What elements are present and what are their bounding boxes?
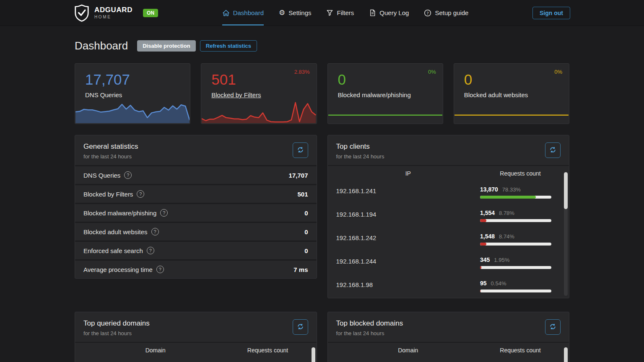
- nav-dashboard[interactable]: Dashboard: [222, 0, 264, 26]
- table-row: 192.168.1.98950.54%: [328, 274, 569, 298]
- stat-row-value: 0: [304, 228, 308, 235]
- table-row: 192.168.1.1941,5548.78%: [328, 204, 569, 228]
- scrollbar-thumb[interactable]: [312, 347, 315, 362]
- row-name[interactable]: 192.168.1.244: [336, 258, 377, 265]
- table-row: vortex.data.microsoft.com10821.56%: [328, 357, 569, 362]
- stat-card-blocked-adult-websites: 00%Blocked adult websites: [454, 63, 569, 124]
- panels-row-middle: General statistics for the last 24 hours…: [75, 135, 569, 298]
- refresh-button[interactable]: [293, 142, 308, 158]
- table-row: 192.168.1.2443451.95%: [328, 251, 569, 274]
- top-queried-domains-panel: Top queried domains for the last 24 hour…: [75, 312, 317, 362]
- top-blocked-domains-panel: Top blocked domains for the last 24 hour…: [327, 312, 570, 362]
- nav-query-log[interactable]: Query Log: [369, 0, 409, 26]
- stat-value: 0: [464, 71, 472, 88]
- nav-label: Filters: [337, 9, 354, 16]
- refresh-icon: [297, 323, 304, 331]
- main-content: Dashboard Disable protection Refresh sta…: [75, 26, 569, 362]
- refresh-icon: [549, 146, 556, 155]
- question-icon[interactable]: ?: [151, 228, 159, 235]
- disable-protection-button[interactable]: Disable protection: [137, 40, 195, 52]
- adguard-home-dashboard: ADGUARD HOME ON Dashboard⚙SettingsFilter…: [0, 0, 644, 362]
- column-header-domain: Domain: [83, 347, 228, 354]
- svg-text:?: ?: [427, 10, 429, 15]
- stat-value: 501: [211, 71, 236, 88]
- refresh-button[interactable]: [545, 142, 561, 158]
- row-count: 13,870: [480, 186, 498, 193]
- home-icon: [222, 9, 230, 17]
- brand-name: ADGUARD: [94, 6, 132, 14]
- page-toolbar: Dashboard Disable protection Refresh sta…: [75, 39, 569, 52]
- panels-row-bottom: Top queried domains for the last 24 hour…: [75, 312, 569, 362]
- stat-row-value: 0: [304, 209, 308, 217]
- sign-out-button[interactable]: Sign out: [532, 7, 570, 19]
- question-icon[interactable]: ?: [147, 247, 154, 254]
- column-header-requests-count: Requests count: [228, 347, 308, 354]
- panel-subtitle: for the last 24 hours: [336, 153, 384, 160]
- stat-card-blocked-by-filters: 5012.83%Blocked by Filters: [201, 63, 317, 124]
- row-name[interactable]: 192.168.1.241: [336, 187, 377, 194]
- stat-row: Enforced safe search?0: [75, 240, 317, 259]
- stat-row-label: Blocked adult websites: [83, 228, 148, 235]
- progress-bar: [480, 266, 551, 269]
- general-statistics-panel: General statistics for the last 24 hours…: [75, 135, 317, 279]
- stat-row-value: 501: [297, 191, 308, 198]
- stat-value: 0: [338, 71, 346, 88]
- nav-label: Settings: [288, 9, 311, 16]
- nav-settings[interactable]: ⚙Settings: [279, 0, 311, 26]
- table-header: Domain Requests count: [328, 342, 569, 357]
- column-header-ip: IP: [336, 170, 480, 177]
- row-count: 1,548: [480, 233, 495, 240]
- stat-label: DNS Queries: [85, 91, 122, 98]
- table-header: Domain Requests count: [75, 342, 317, 357]
- scrollbar[interactable]: [312, 347, 315, 362]
- question-icon[interactable]: ?: [137, 190, 144, 198]
- scrollbar-thumb[interactable]: [564, 347, 568, 362]
- row-count: 345: [480, 256, 490, 263]
- funnel-icon: [326, 9, 333, 16]
- row-name[interactable]: 192.168.1.98: [336, 281, 373, 288]
- stat-percent: 0%: [428, 69, 436, 75]
- brand-logo[interactable]: ADGUARD HOME ON: [74, 0, 158, 26]
- stat-card-dns-queries: 17,707DNS Queries: [75, 63, 190, 124]
- scrollbar[interactable]: [564, 172, 568, 296]
- panel-subtitle: for the last 24 hours: [83, 330, 150, 336]
- row-count: 1,554: [480, 209, 495, 216]
- nav-label: Dashboard: [233, 9, 264, 16]
- scrollbar-thumb[interactable]: [564, 172, 568, 209]
- column-header-requests-count: Requests count: [480, 347, 561, 354]
- stat-label[interactable]: Blocked by Filters: [211, 91, 261, 98]
- top-queried-domains-rows: api.entur.io5,47430.91%: [75, 357, 317, 362]
- question-icon[interactable]: ?: [156, 266, 164, 273]
- sparkline-chart: [328, 98, 442, 123]
- nav-setup-guide[interactable]: ?Setup guide: [424, 0, 468, 26]
- nav-filters[interactable]: Filters: [326, 0, 354, 26]
- panel-title: Top clients: [336, 142, 384, 151]
- row-percent: 8.74%: [499, 233, 514, 240]
- question-icon[interactable]: ?: [160, 209, 168, 217]
- panel-title: Top blocked domains: [336, 319, 403, 328]
- table-row: 192.168.1.2421,5488.74%: [328, 228, 569, 251]
- refresh-button[interactable]: [545, 319, 561, 335]
- stat-row-label: DNS Queries: [83, 172, 120, 179]
- gear-icon: ⚙: [279, 9, 285, 16]
- brand-subname: HOME: [94, 15, 132, 19]
- panel-title: Top queried domains: [83, 319, 150, 328]
- stat-row: Blocked adult websites?0: [75, 222, 317, 240]
- stat-row-value: 17,707: [289, 172, 308, 179]
- top-navigation-bar: ADGUARD HOME ON Dashboard⚙SettingsFilter…: [0, 0, 644, 26]
- panel-subtitle: for the last 24 hours: [83, 153, 138, 160]
- table-row: 192.168.1.24113,87078.33%: [328, 181, 569, 204]
- progress-bar: [480, 290, 551, 292]
- refresh-statistics-button[interactable]: Refresh statistics: [200, 40, 257, 52]
- question-icon[interactable]: ?: [124, 171, 132, 179]
- row-name[interactable]: 192.168.1.242: [336, 234, 377, 241]
- refresh-button[interactable]: [293, 319, 308, 335]
- stat-row-label: Blocked malware/phishing: [83, 209, 156, 217]
- sparkline-chart: [454, 98, 569, 123]
- scrollbar[interactable]: [564, 347, 568, 362]
- row-name[interactable]: 192.168.1.194: [336, 211, 377, 218]
- stat-label: Blocked malware/phishing: [338, 91, 411, 98]
- sparkline-chart: [202, 98, 316, 123]
- stat-row: Average processing time?7 ms: [75, 259, 317, 278]
- general-statistics-rows: DNS Queries?17,707Blocked by Filters?501…: [75, 165, 317, 278]
